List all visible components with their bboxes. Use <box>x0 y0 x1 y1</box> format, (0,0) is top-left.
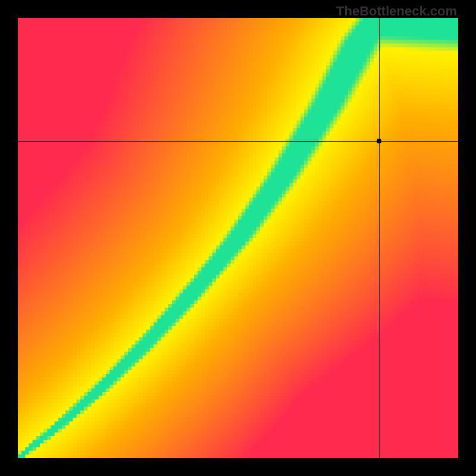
heatmap-canvas <box>18 18 458 458</box>
watermark-text: TheBottleneck.com <box>336 4 457 19</box>
heatmap-chart <box>18 18 458 458</box>
marker-point <box>377 139 381 143</box>
crosshair-vertical <box>379 18 380 458</box>
crosshair-horizontal <box>18 141 458 142</box>
